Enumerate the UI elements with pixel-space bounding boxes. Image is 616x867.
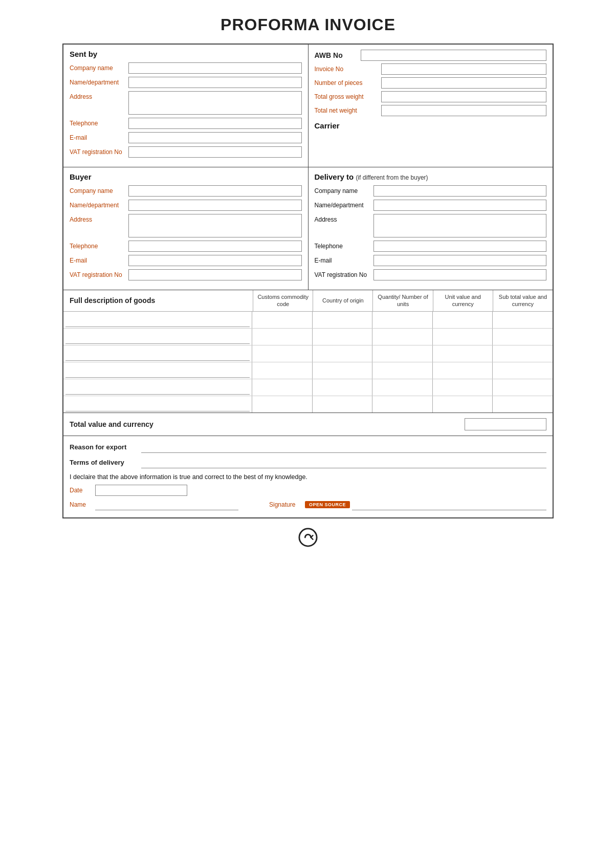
goods-qty-input-4[interactable] — [373, 363, 431, 378]
goods-sub-input-6[interactable] — [494, 397, 552, 411]
goods-qty-3 — [372, 345, 433, 362]
goods-country-input-5[interactable] — [314, 380, 371, 395]
buyer-dept-input[interactable] — [128, 200, 302, 211]
buyer-email-input[interactable] — [128, 255, 302, 266]
delivery-terms-input[interactable] — [141, 457, 546, 468]
goods-unit-input-6[interactable] — [434, 397, 492, 411]
goods-country-input-2[interactable] — [314, 330, 371, 344]
goods-sub-input-4[interactable] — [494, 363, 552, 378]
goods-row-1 — [63, 312, 553, 329]
delivery-company-input[interactable] — [373, 185, 547, 197]
goods-qty-input-3[interactable] — [373, 346, 431, 361]
goods-customs-input-3[interactable] — [253, 346, 311, 361]
goods-desc-6[interactable] — [65, 397, 250, 411]
buyer-address-input[interactable] — [128, 214, 302, 237]
goods-desc-1[interactable] — [65, 313, 250, 327]
delivery-address-input[interactable] — [373, 214, 547, 237]
goods-customs-3 — [252, 345, 313, 362]
goods-country-input-6[interactable] — [314, 397, 371, 411]
name-sign-input[interactable] — [95, 499, 238, 510]
goods-sub-input-2[interactable] — [494, 330, 552, 344]
goods-sub-input-3[interactable] — [494, 346, 552, 361]
delivery-vat-input[interactable] — [373, 269, 547, 280]
total-value-input[interactable] — [465, 418, 546, 430]
goods-unit-input-2[interactable] — [434, 330, 492, 344]
goods-qty-input-6[interactable] — [373, 397, 431, 411]
buyer-vat-input[interactable] — [128, 269, 302, 280]
pieces-row: Number of pieces — [315, 77, 547, 89]
delivery-dept-row: Name/department — [315, 200, 547, 211]
company-name-input[interactable] — [128, 62, 302, 74]
goods-qty-input-1[interactable] — [373, 313, 431, 327]
goods-desc-5[interactable] — [65, 380, 250, 395]
goods-unit-input-3[interactable] — [434, 346, 492, 361]
name-dept-input[interactable] — [128, 77, 302, 88]
goods-country-1 — [313, 312, 373, 328]
delivery-email-input[interactable] — [373, 255, 547, 266]
goods-country-input-1[interactable] — [314, 313, 371, 327]
name-dept-label: Name/department — [70, 79, 128, 86]
col-quantity-header: Quantity/ Number of units — [373, 290, 433, 311]
goods-customs-input-1[interactable] — [253, 313, 311, 327]
goods-country-input-4[interactable] — [314, 363, 371, 378]
gross-weight-input[interactable] — [381, 91, 547, 102]
total-row: Total value and currency — [63, 413, 553, 436]
goods-qty-input-5[interactable] — [373, 380, 431, 395]
goods-customs-input-4[interactable] — [253, 363, 311, 378]
goods-unit-input-4[interactable] — [434, 363, 492, 378]
goods-row-5 — [63, 379, 553, 396]
signature-input[interactable] — [352, 499, 546, 510]
vat-input[interactable] — [128, 146, 302, 158]
pieces-label: Number of pieces — [315, 79, 381, 86]
buyer-address-label: Address — [70, 216, 128, 223]
buyer-tel-label: Telephone — [70, 243, 128, 250]
telephone-label: Telephone — [70, 120, 128, 127]
goods-qty-1 — [372, 312, 433, 328]
delivery-tel-input[interactable] — [373, 241, 547, 252]
goods-unit-input-5[interactable] — [434, 380, 492, 395]
delivery-dept-input[interactable] — [373, 200, 547, 211]
goods-qty-input-2[interactable] — [373, 330, 431, 344]
invoice-no-input[interactable] — [381, 63, 547, 75]
reason-row: Reason for export — [70, 441, 546, 453]
goods-unit-3 — [433, 345, 493, 362]
buyer-company-input[interactable] — [128, 185, 302, 197]
goods-title: Full description of goods — [63, 290, 253, 311]
awb-input[interactable] — [361, 50, 547, 61]
goods-unit-input-1[interactable] — [434, 313, 492, 327]
goods-unit-4 — [433, 362, 493, 379]
pieces-input[interactable] — [381, 77, 547, 89]
goods-sub-input-1[interactable] — [494, 313, 552, 327]
buyer-vat-label: VAT registration No — [70, 271, 128, 278]
date-input[interactable] — [95, 485, 187, 496]
goods-unit-5 — [433, 379, 493, 396]
goods-sub-2 — [493, 329, 553, 345]
net-weight-input[interactable] — [381, 105, 547, 116]
goods-customs-input-6[interactable] — [253, 397, 311, 411]
telephone-input[interactable] — [128, 118, 302, 129]
buyer-email-row: E-mail — [70, 255, 302, 266]
reason-input[interactable] — [141, 441, 546, 453]
goods-desc-2[interactable] — [65, 330, 250, 344]
goods-row-2 — [63, 329, 553, 345]
goods-customs-input-2[interactable] — [253, 330, 311, 344]
goods-qty-6 — [372, 396, 433, 413]
goods-country-input-3[interactable] — [314, 346, 371, 361]
goods-desc-3[interactable] — [65, 346, 250, 361]
goods-qty-2 — [372, 329, 433, 345]
goods-desc-4[interactable] — [65, 363, 250, 378]
address-input[interactable] — [128, 91, 302, 115]
delivery-company-row: Company name — [315, 185, 547, 197]
delivery-company-label: Company name — [315, 187, 373, 194]
goods-sub-input-5[interactable] — [494, 380, 552, 395]
buyer-tel-input[interactable] — [128, 241, 302, 252]
sent-by-title: Sent by — [70, 50, 302, 58]
delivery-vat-label: VAT registration No — [315, 271, 373, 278]
delivery-terms-row: Terms of delivery — [70, 457, 546, 468]
goods-header: Full description of goods Customs commod… — [63, 290, 553, 312]
vat-row: VAT registration No — [70, 146, 302, 158]
goods-desc-cell-6 — [63, 396, 252, 413]
goods-customs-input-5[interactable] — [253, 380, 311, 395]
invoice-form: Sent by Company name Name/department Add… — [62, 44, 554, 518]
email-input[interactable] — [128, 132, 302, 143]
